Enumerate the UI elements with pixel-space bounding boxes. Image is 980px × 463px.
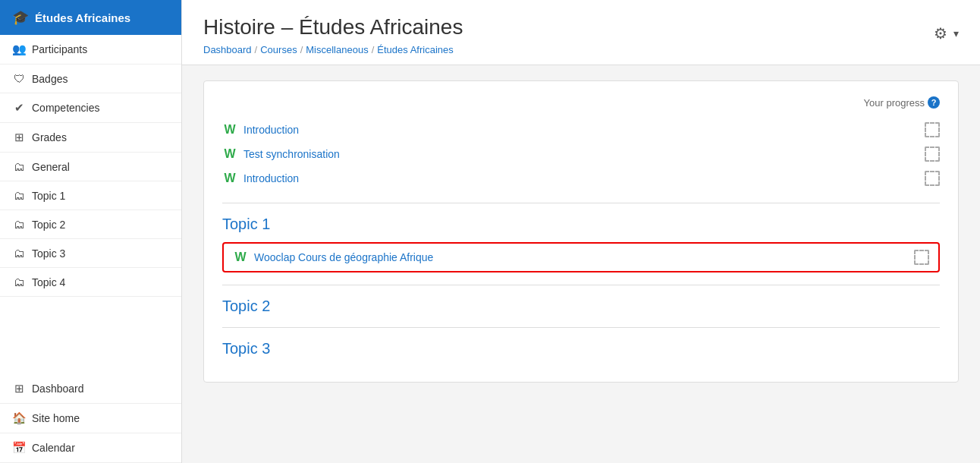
sidebar-item-topic1[interactable]: 🗂 Topic 1 [0, 181, 181, 210]
progress-header: Your progress ? [222, 96, 940, 109]
progress-info-icon[interactable]: ? [928, 96, 940, 109]
course-item-intro1: W Introduction [222, 118, 940, 142]
course-item-left: W Introduction [222, 123, 299, 137]
course-item-left: W Introduction [222, 172, 299, 185]
course-link-intro1[interactable]: Introduction [243, 124, 299, 136]
page-title: Histoire – Études Africaines [203, 15, 463, 39]
topic2-heading: Topic 2 [222, 298, 940, 315]
header-left: Histoire – Études Africaines Dashboard /… [203, 15, 463, 55]
topic3-heading: Topic 3 [222, 340, 940, 357]
wooclap-item-left: W Wooclap Cours de géographie Afrique [233, 250, 433, 264]
sidebar-item-label: Badges [32, 73, 68, 85]
sidebar-item-label: Site home [32, 412, 80, 424]
folder-icon: 🗂 [12, 247, 26, 260]
progress-text: Your progress [864, 97, 925, 109]
folder-icon: 🗂 [12, 189, 26, 202]
home-icon: 🏠 [12, 411, 26, 425]
breadcrumb: Dashboard / Courses / Miscellaneous / Ét… [203, 44, 463, 55]
main-content: Histoire – Études Africaines Dashboard /… [182, 0, 980, 463]
breadcrumb-dashboard[interactable]: Dashboard [203, 44, 252, 55]
sidebar-item-participants[interactable]: 👥 Participants [0, 35, 181, 65]
sidebar-item-label: Topic 4 [32, 276, 65, 288]
wooclap-highlighted-item: W Wooclap Cours de géographie Afrique [222, 242, 940, 272]
sidebar-item-label: Topic 2 [32, 219, 65, 231]
completion-checkbox[interactable] [925, 122, 940, 137]
badge-icon: 🛡 [12, 72, 26, 85]
course-link-intro3[interactable]: Introduction [243, 172, 299, 184]
sidebar-item-label: Topic 1 [32, 190, 65, 202]
sidebar-item-label: General [32, 161, 70, 173]
content-area: Your progress ? W Introduction W Test sy… [182, 65, 980, 398]
sidebar-item-dashboard[interactable]: ⊞ Dashboard [0, 374, 181, 404]
course-item-intro3: W Introduction [222, 166, 940, 191]
course-item-left: W Test synchronisation [222, 147, 340, 161]
sidebar: 🎓 Études Africaines 👥 Participants 🛡 Bad… [0, 0, 182, 463]
folder-icon: 🗂 [12, 218, 26, 231]
course-section: Your progress ? W Introduction W Test sy… [203, 80, 959, 383]
section-divider [222, 285, 940, 285]
section-divider [222, 203, 940, 203]
sidebar-item-topic4[interactable]: 🗂 Topic 4 [0, 268, 181, 297]
dashboard-icon: ⊞ [12, 382, 26, 395]
breadcrumb-miscellaneous[interactable]: Miscellaneous [306, 44, 368, 55]
sidebar-item-label: Topic 3 [32, 247, 65, 260]
gear-button[interactable]: ⚙ [931, 21, 950, 46]
completion-checkbox[interactable] [925, 146, 940, 162]
sidebar-item-topic2[interactable]: 🗂 Topic 2 [0, 210, 181, 239]
sidebar-course-title: Études Africaines [35, 11, 130, 24]
dropdown-arrow-icon[interactable]: ▾ [953, 27, 959, 39]
sidebar-item-topic3[interactable]: 🗂 Topic 3 [0, 239, 181, 268]
sidebar-header[interactable]: 🎓 Études Africaines [0, 0, 181, 35]
sidebar-item-competencies[interactable]: ✔ Competencies [0, 93, 181, 123]
breadcrumb-sep2: / [300, 44, 303, 55]
course-link-intro2[interactable]: Test synchronisation [243, 148, 340, 160]
wooclap-w-icon: W [233, 250, 248, 264]
wooclap-w-icon: W [222, 123, 237, 137]
folder-icon: 🗂 [12, 276, 26, 288]
sidebar-item-label: Grades [32, 131, 67, 143]
completion-checkbox[interactable] [914, 250, 929, 265]
graduation-cap-icon: 🎓 [12, 9, 29, 26]
sidebar-item-label: Dashboard [32, 383, 84, 395]
page-header: Histoire – Études Africaines Dashboard /… [182, 0, 980, 65]
sidebar-item-label: Competencies [32, 102, 100, 114]
breadcrumb-etudes[interactable]: Études Africaines [377, 44, 453, 55]
sidebar-item-label: Calendar [32, 442, 75, 454]
grid-icon: ⊞ [12, 131, 26, 144]
breadcrumb-sep1: / [255, 44, 258, 55]
wooclap-w-icon: W [222, 172, 237, 185]
course-item-intro2: W Test synchronisation [222, 142, 940, 166]
breadcrumb-courses[interactable]: Courses [260, 44, 297, 55]
section-divider [222, 327, 940, 328]
wooclap-w-icon: W [222, 147, 237, 161]
checkmark-icon: ✔ [12, 101, 26, 115]
sidebar-item-calendar[interactable]: 📅 Calendar [0, 433, 181, 463]
header-actions: ⚙ ▾ [931, 21, 959, 46]
sidebar-item-grades[interactable]: ⊞ Grades [0, 123, 181, 153]
breadcrumb-sep3: / [372, 44, 375, 55]
sidebar-item-general[interactable]: 🗂 General [0, 153, 181, 181]
sidebar-item-label: Participants [32, 43, 87, 55]
participants-icon: 👥 [12, 43, 26, 56]
wooclap-course-link[interactable]: Wooclap Cours de géographie Afrique [254, 251, 433, 263]
completion-checkbox[interactable] [925, 171, 940, 186]
sidebar-item-site-home[interactable]: 🏠 Site home [0, 404, 181, 433]
folder-icon: 🗂 [12, 160, 26, 173]
calendar-icon: 📅 [12, 441, 26, 455]
sidebar-item-badges[interactable]: 🛡 Badges [0, 65, 181, 93]
topic1-heading: Topic 1 [222, 216, 940, 233]
